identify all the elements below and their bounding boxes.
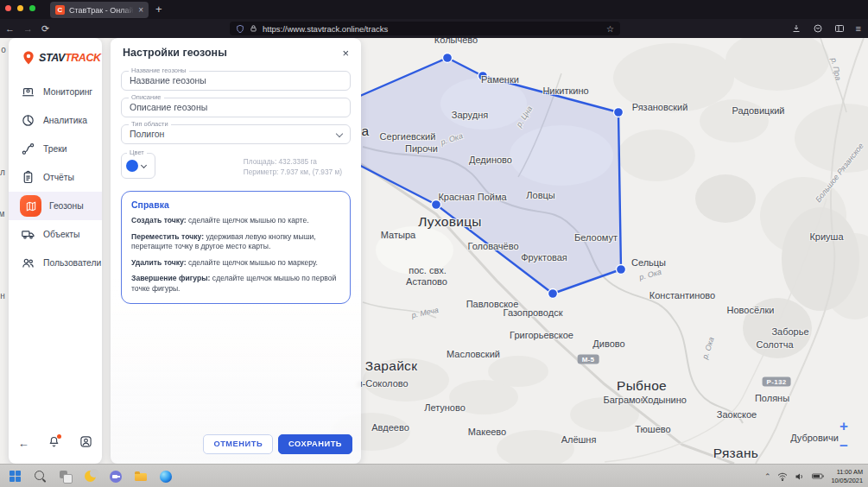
sidebar-item-label: Геозоны: [49, 201, 84, 211]
sidebar-item-objects[interactable]: Объекты: [9, 220, 102, 249]
color-picker[interactable]: Цвет: [121, 153, 155, 179]
sidebar-toggle-icon[interactable]: [834, 23, 845, 34]
sidebar-item-geozones[interactable]: Геозоны: [9, 192, 102, 220]
map-zoom-in-button[interactable]: +: [835, 418, 852, 435]
system-tray: ⌃ 11:00 AM 10/05/2021: [764, 465, 863, 487]
tab-title: СтавТрак - Онлайн мониторин: [69, 6, 134, 15]
users-icon: [20, 256, 35, 271]
browser-toolbar: ← → ⟳ https://www.stavtrack.online/track…: [0, 19, 868, 38]
sidebar-item-analytics[interactable]: Аналитика: [9, 106, 102, 135]
reload-icon[interactable]: ⟳: [41, 23, 49, 35]
monitoring-icon: [20, 85, 35, 100]
geofence-vertex-marker[interactable]: [432, 200, 441, 210]
help-item: Удалить точку: сделайте щелчок мышью по …: [131, 258, 340, 269]
geofence-description-field[interactable]: Описание Описание геозоны: [121, 98, 351, 117]
sidebar-item-users[interactable]: Пользователи: [9, 249, 102, 277]
sidebar-nav: МониторингАналитикаТрекиОтчётыГеозоныОбъ…: [9, 78, 102, 277]
start-icon[interactable]: [9, 470, 22, 484]
map-zoom-out-button[interactable]: −: [835, 438, 852, 455]
sidebar-item-label: Отчёты: [43, 173, 74, 182]
save-button[interactable]: СОХРАНИТЬ: [278, 434, 352, 454]
file-explorer-icon[interactable]: [134, 470, 148, 484]
windows-taskbar: ⌃ 11:00 AM 10/05/2021: [0, 464, 868, 487]
notifications-bell-icon[interactable]: [48, 435, 60, 452]
analytics-icon: [20, 113, 35, 129]
task-view-icon[interactable]: [59, 470, 73, 484]
screen: С СтавТрак - Онлайн мониторин × + ← → ⟳ …: [0, 0, 868, 487]
sidebar-item-monitoring[interactable]: Мониторинг: [9, 78, 102, 106]
sidebar-item-label: Мониторинг: [43, 87, 92, 97]
downloads-icon[interactable]: [791, 23, 801, 34]
collapse-sidebar-icon[interactable]: ←: [18, 437, 29, 450]
search-icon[interactable]: [34, 470, 48, 484]
area-type-select[interactable]: Тип области Полигон: [121, 124, 351, 144]
browser-tab-strip: С СтавТрак - Онлайн мониторин × +: [0, 0, 868, 19]
perimeter-stat: Периметр: 7.937 км, (7.937 м): [244, 167, 342, 177]
geofence-vertex-marker[interactable]: [614, 108, 624, 117]
objects-icon: [20, 227, 35, 243]
tab-close-icon[interactable]: ×: [138, 6, 143, 15]
geofence-name-label: Название геозоны: [129, 67, 189, 74]
geofence-description-label: Описание: [129, 94, 164, 101]
map-workspace: КолычевоРаменкиНикиткиноРязановскийРадов…: [0, 38, 868, 464]
close-window-button[interactable]: [5, 5, 11, 11]
geofence-name-field[interactable]: Название геозоны Название геозоны: [121, 71, 351, 91]
app-sidebar: STAVTRACK МониторингАналитикаТрекиОтчёты…: [9, 38, 102, 464]
extensions-icon[interactable]: [813, 23, 823, 34]
forward-icon[interactable]: →: [23, 23, 33, 34]
panel-close-icon[interactable]: ×: [342, 47, 349, 59]
menu-icon[interactable]: ≡: [856, 23, 861, 34]
volume-icon[interactable]: [795, 472, 805, 481]
shield-icon[interactable]: [236, 24, 244, 34]
account-icon[interactable]: [79, 435, 92, 452]
logo-text-stav: STAV: [39, 52, 65, 64]
stavtrack-favicon-icon: С: [55, 5, 65, 15]
maximize-window-button[interactable]: [29, 5, 35, 11]
geozones-icon: [20, 195, 41, 217]
tray-time: 11:00 AM: [831, 468, 863, 477]
help-item: Создать точку: сделайте щелчок мышью по …: [131, 216, 340, 226]
reports-icon: [20, 170, 35, 186]
url-bar[interactable]: https://www.stavtrack.online/tracks ☆: [230, 22, 620, 35]
tracks-icon: [20, 142, 35, 157]
sidebar-item-label: Аналитика: [43, 116, 87, 125]
taskbar-clock[interactable]: 11:00 AM 10/05/2021: [831, 468, 863, 485]
new-tab-button[interactable]: +: [155, 3, 162, 16]
geofence-vertex-marker[interactable]: [443, 54, 453, 63]
geofence-vertex-marker[interactable]: [617, 265, 626, 275]
area-stat: Площадь: 432.3385 га: [244, 156, 342, 167]
sidebar-item-label: Треки: [43, 144, 67, 154]
browser-tab[interactable]: С СтавТрак - Онлайн мониторин ×: [50, 2, 149, 18]
sidebar-bottom-bar: ←: [9, 435, 102, 452]
chat-icon[interactable]: [109, 470, 123, 484]
wifi-icon[interactable]: [777, 472, 788, 481]
color-swatch[interactable]: [126, 160, 138, 172]
stavtrack-logo: STAVTRACK: [9, 38, 102, 74]
sidebar-item-label: Объекты: [43, 230, 79, 239]
crescent-app-icon[interactable]: [84, 470, 98, 484]
help-item: Переместить точку: удерживая левую кнопк…: [131, 232, 340, 252]
geofence-vertex-marker[interactable]: [478, 72, 488, 81]
help-box: Справка Создать точку: сделайте щелчок м…: [121, 191, 351, 304]
area-type-value: Полигон: [122, 125, 350, 143]
bookmark-star-icon[interactable]: ☆: [606, 24, 614, 34]
sidebar-item-reports[interactable]: Отчёты: [9, 163, 102, 192]
edge-icon[interactable]: [159, 470, 173, 484]
lock-icon: [250, 24, 257, 33]
chevron-down-icon: [141, 161, 147, 168]
tray-chevron-icon[interactable]: ⌃: [764, 472, 771, 481]
battery-icon[interactable]: [812, 472, 824, 480]
geofence-name-value: Название геозоны: [122, 72, 350, 90]
color-label: Цвет: [127, 149, 147, 156]
panel-title: Настройки геозоны: [123, 47, 227, 59]
logo-pin-icon: [21, 50, 36, 66]
sidebar-item-tracks[interactable]: Треки: [9, 135, 102, 163]
cancel-button[interactable]: ОТМЕНИТЬ: [203, 434, 273, 454]
area-type-label: Тип области: [129, 121, 171, 128]
geofence-settings-panel: Настройки геозоны × Название геозоны Наз…: [111, 38, 361, 464]
help-title: Справка: [131, 199, 340, 210]
logo-text-track: TRACK: [65, 52, 101, 64]
minimize-window-button[interactable]: [17, 5, 23, 11]
geofence-vertex-marker[interactable]: [548, 289, 558, 299]
back-icon[interactable]: ←: [5, 23, 15, 34]
